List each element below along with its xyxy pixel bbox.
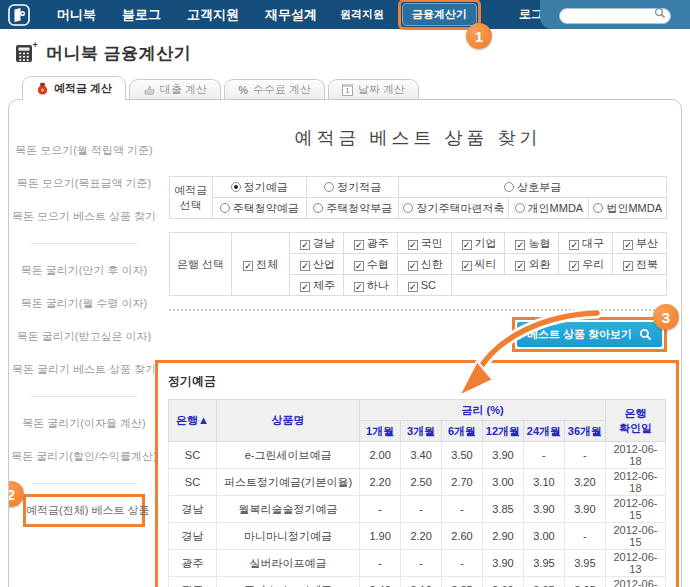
moneybook-logo-icon[interactable]	[8, 4, 30, 26]
sidebar-item[interactable]: 목돈 모으기 베스트 상품 찾기	[9, 200, 159, 233]
deposit-option-개인MMDA[interactable]: 개인MMDA	[509, 198, 589, 219]
cell-rate: 3.95	[523, 550, 564, 577]
radio-button[interactable]	[504, 182, 514, 192]
tab-대출 계산[interactable]: 대출 계산	[129, 79, 221, 99]
radio-button[interactable]	[231, 182, 241, 192]
nav-item-active[interactable]: 금융계산기	[402, 3, 477, 26]
bank-option-부산[interactable]: ✓부산	[613, 233, 667, 254]
radio-button[interactable]	[515, 203, 525, 213]
table-row[interactable]: SC 퍼스트정기예금(기본이율) 2.202.502.703.003.103.2…	[169, 469, 666, 496]
sidebar-item[interactable]: 목돈 굴리기(월 수령 이자)	[9, 287, 159, 320]
bank-option-농협[interactable]: ✓농협	[505, 233, 559, 254]
sidebar-item[interactable]: 목돈 모으기(목표금액 기준)	[9, 167, 159, 200]
bank-option-all[interactable]: ✓전체	[232, 233, 290, 296]
checkbox[interactable]: ✓	[515, 261, 525, 271]
checkbox[interactable]: ✓	[569, 261, 579, 271]
deposit-option-정기예금[interactable]: 정기예금	[212, 177, 306, 198]
bank-option-기업[interactable]: ✓기업	[451, 233, 505, 254]
radio-button[interactable]	[403, 203, 413, 213]
find-best-products-button[interactable]: 베스트 상품 찾아보기	[517, 322, 662, 347]
bank-option-제주[interactable]: ✓제주	[290, 275, 344, 296]
tab-예적금 계산[interactable]: 예적금 계산	[22, 76, 126, 100]
bank-option-신한[interactable]: ✓신한	[397, 254, 451, 275]
table-row[interactable]: 경남 마니마니정기예금 1.902.202.602.903.00- 2012-0…	[169, 523, 666, 550]
radio-button[interactable]	[324, 182, 334, 192]
deposit-option-주택청약예금[interactable]: 주택청약예금	[212, 198, 306, 219]
checkbox[interactable]: ✓	[243, 261, 253, 271]
checkbox[interactable]: ✓	[462, 261, 472, 271]
radio-button[interactable]	[593, 203, 603, 213]
table-row[interactable]: 광주 실버라이프예금 ---3.903.953.95 2012-06-13	[169, 550, 666, 577]
sidebar-item[interactable]: 목돈 굴리기(이자율 계산)	[9, 407, 159, 440]
table-row[interactable]: 경남 월복리술술정기예금 ---3.853.903.90 2012-06-15	[169, 496, 666, 523]
col-header-period[interactable]: 24개월	[523, 421, 564, 442]
bank-option-씨티[interactable]: ✓씨티	[451, 254, 505, 275]
cell-rate: 3.60	[483, 577, 524, 587]
nav-item[interactable]: 재무설계	[252, 6, 330, 24]
checkbox[interactable]: ✓	[354, 261, 364, 271]
checkbox[interactable]: ✓	[354, 240, 364, 250]
bank-select-label: 은행 선택	[170, 233, 232, 296]
col-header-period[interactable]: 12개월	[483, 421, 524, 442]
bank-option-경남[interactable]: ✓경남	[290, 233, 344, 254]
col-header-period[interactable]: 1개월	[360, 421, 401, 442]
checkbox[interactable]: ✓	[515, 240, 525, 250]
checkbox[interactable]: ✓	[300, 240, 310, 250]
nav-item[interactable]: 고객지원	[174, 6, 252, 24]
checkbox[interactable]: ✓	[623, 261, 633, 271]
col-header-product[interactable]: 상품명	[217, 400, 360, 442]
sidebar-item[interactable]: 목돈 모으기(월 적립액 기준)	[9, 134, 159, 167]
col-header-period[interactable]: 36개월	[564, 421, 605, 442]
checkbox[interactable]: ✓	[569, 240, 579, 250]
tab-수수료 계산[interactable]: %수수료 계산	[224, 79, 325, 99]
cell-rate: 3.40	[401, 442, 442, 469]
checkbox[interactable]: ✓	[408, 261, 418, 271]
step-badge-2: 2	[8, 481, 24, 507]
bank-option-대구[interactable]: ✓대구	[559, 233, 613, 254]
checkbox[interactable]: ✓	[623, 240, 633, 250]
tab-날짜 계산[interactable]: 1날짜 계산	[328, 79, 419, 99]
col-header-bank-sort[interactable]: 은행▲	[169, 400, 217, 442]
deposit-option-장기주택마련저축[interactable]: 장기주택마련저축	[399, 198, 509, 219]
search-icon[interactable]	[654, 7, 666, 19]
bank-option-광주[interactable]: ✓광주	[343, 233, 397, 254]
bank-option-우리[interactable]: ✓우리	[559, 254, 613, 275]
sidebar-item[interactable]: 목돈 굴리기(만기 후 이자)	[9, 254, 159, 287]
bank-option-국민[interactable]: ✓국민	[397, 233, 451, 254]
checkbox[interactable]: ✓	[408, 282, 418, 292]
deposit-option-상호부금[interactable]: 상호부금	[399, 177, 667, 198]
bank-option-산업[interactable]: ✓산업	[290, 254, 344, 275]
deposit-option-정기적금[interactable]: 정기적금	[307, 177, 399, 198]
col-header-confirm-date[interactable]: 은행확인일	[605, 400, 665, 442]
table-row[interactable]: 광주 플러스다모아예금 2.403.103.353.603.653.65 201…	[169, 577, 666, 587]
deposit-option-주택청약부금[interactable]: 주택청약부금	[307, 198, 399, 219]
checkbox[interactable]: ✓	[462, 240, 472, 250]
radio-button[interactable]	[313, 203, 323, 213]
checkbox[interactable]: ✓	[300, 282, 310, 292]
checkbox[interactable]: ✓	[354, 282, 364, 292]
nav-item[interactable]: 원격지원	[330, 7, 394, 22]
checkbox[interactable]: ✓	[408, 240, 418, 250]
col-header-period[interactable]: 6개월	[442, 421, 483, 442]
col-header-period[interactable]: 3개월	[401, 421, 442, 442]
bank-option-SC[interactable]: ✓SC	[397, 275, 451, 296]
deposit-select-label: 예적금 선택	[170, 177, 213, 219]
deposit-option-법인MMDA[interactable]: 법인MMDA	[589, 198, 667, 219]
sidebar-item[interactable]: 목돈 굴리기(할인/수익률계산)	[9, 440, 159, 473]
cell-confirm-date: 2012-06-15	[605, 523, 665, 550]
bank-option-하나[interactable]: ✓하나	[343, 275, 397, 296]
cell-rate: -	[360, 496, 401, 523]
nav-item[interactable]: 머니북	[44, 6, 109, 24]
table-row[interactable]: SC e-그린세이브예금 2.003.403.503.90-- 2012-06-…	[169, 442, 666, 469]
nav-item[interactable]: 블로그	[109, 6, 174, 24]
radio-button[interactable]	[220, 203, 230, 213]
bank-option-전북[interactable]: ✓전북	[613, 254, 667, 275]
checkbox[interactable]: ✓	[300, 261, 310, 271]
cell-confirm-date: 2012-06-18	[605, 442, 665, 469]
sidebar-item-highlighted[interactable]: 예적금(전체) 베스트 상품	[26, 499, 142, 522]
sidebar-item[interactable]: 목돈 굴리기 베스트 상품 찾기	[9, 353, 159, 386]
bank-option-외환[interactable]: ✓외환	[505, 254, 559, 275]
sidebar-item[interactable]: 목돈 굴리기(받고싶은 이자)	[9, 320, 159, 353]
bank-option-수협[interactable]: ✓수협	[343, 254, 397, 275]
sidebar-divider	[31, 396, 137, 397]
